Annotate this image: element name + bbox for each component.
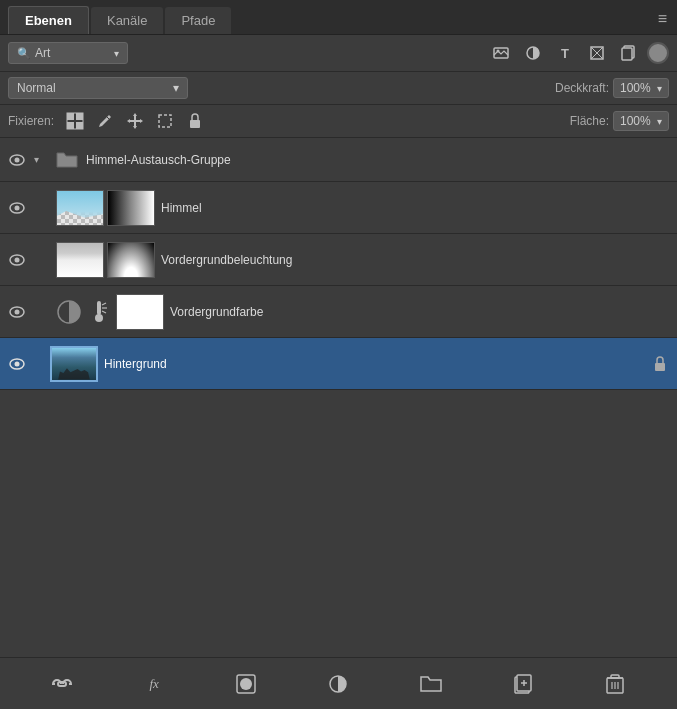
layer-thumbnails xyxy=(56,242,155,278)
visibility-toggle[interactable] xyxy=(6,149,28,171)
svg-rect-10 xyxy=(67,122,74,129)
flaeche-section: Fläche: 100% ▾ xyxy=(570,111,669,131)
layer-type-label: Art xyxy=(35,46,50,60)
bottom-toolbar: fx xyxy=(0,657,677,709)
shape-filter-icon[interactable] xyxy=(583,41,611,65)
blend-opacity-toolbar: Normal ▾ Deckkraft: 100% ▾ xyxy=(0,72,677,105)
fix-crop-icon[interactable] xyxy=(152,110,178,132)
flaeche-chevron: ▾ xyxy=(657,116,662,127)
layer-row[interactable]: Vordergrundbeleuchtung xyxy=(0,234,677,286)
svg-line-27 xyxy=(102,303,106,305)
svg-rect-43 xyxy=(611,675,619,678)
layers-list: ▾ Himmel-Austausch-Gruppe xyxy=(0,138,677,657)
adjustment-filter-icon[interactable] xyxy=(519,41,547,65)
create-new-layer-button[interactable] xyxy=(507,668,539,700)
svg-point-21 xyxy=(15,257,20,262)
visibility-toggle[interactable] xyxy=(6,197,28,219)
fix-move-icon[interactable] xyxy=(122,110,148,132)
svg-point-23 xyxy=(15,309,20,314)
layer-row[interactable]: ▾ Himmel-Austausch-Gruppe xyxy=(0,138,677,182)
fix-toolbar: Fixieren: xyxy=(0,105,677,138)
layer-name: Himmel-Austausch-Gruppe xyxy=(86,153,671,167)
add-mask-button[interactable] xyxy=(230,668,262,700)
group-expand-arrow[interactable]: ▾ xyxy=(34,154,48,165)
filter-icons: T xyxy=(487,41,669,65)
layer-name: Vordergrundbeleuchtung xyxy=(161,253,671,267)
mask-thumbnail xyxy=(108,191,154,225)
visibility-toggle[interactable] xyxy=(6,301,28,323)
svg-rect-9 xyxy=(76,113,83,120)
svg-point-1 xyxy=(497,50,500,53)
flaeche-value: 100% xyxy=(620,114,651,128)
link-layers-button[interactable] xyxy=(46,668,78,700)
flaeche-input[interactable]: 100% ▾ xyxy=(613,111,669,131)
tab-pfade[interactable]: Pfade xyxy=(165,7,231,34)
fx-label: fx xyxy=(150,676,159,692)
visibility-toggle[interactable] xyxy=(6,353,28,375)
type-dropdown-chevron: ▾ xyxy=(114,48,119,59)
blend-mode-label: Normal xyxy=(17,81,56,95)
svg-point-31 xyxy=(15,361,20,366)
layer-name: Vordergrundfarbe xyxy=(170,305,671,319)
delete-layer-button[interactable] xyxy=(599,668,631,700)
add-layer-style-button[interactable]: fx xyxy=(138,668,170,700)
flaeche-label: Fläche: xyxy=(570,114,609,128)
svg-line-29 xyxy=(102,311,106,313)
mask-thumbnail xyxy=(108,243,154,277)
layer-row[interactable]: Hintergrund xyxy=(0,338,677,390)
layer-mask-thumb xyxy=(107,190,155,226)
svg-point-19 xyxy=(15,205,20,210)
svg-point-35 xyxy=(240,678,252,690)
filter-toggle[interactable] xyxy=(647,42,669,64)
layer-row[interactable]: Vordergrundfarbe xyxy=(0,286,677,338)
layer-pixel-thumb xyxy=(56,190,104,226)
fix-label: Fixieren: xyxy=(8,114,54,128)
text-icon-label: T xyxy=(561,46,569,61)
add-adjustment-button[interactable] xyxy=(322,668,354,700)
smartobject-filter-icon[interactable] xyxy=(615,41,643,65)
layer-row[interactable]: Himmel xyxy=(0,182,677,234)
group-folder-icon xyxy=(54,149,80,171)
tab-kanaele[interactable]: Kanäle xyxy=(91,7,163,34)
layer-thumbnails xyxy=(50,346,98,382)
panel-menu-button[interactable]: ≡ xyxy=(658,10,667,28)
svg-point-17 xyxy=(15,157,20,162)
svg-point-26 xyxy=(95,314,103,322)
svg-rect-7 xyxy=(622,48,632,60)
create-group-button[interactable] xyxy=(415,668,447,700)
layer-thumbnails xyxy=(56,190,155,226)
layer-mask-thumb xyxy=(107,242,155,278)
svg-rect-25 xyxy=(97,301,101,315)
svg-rect-11 xyxy=(76,122,83,129)
layer-type-dropdown[interactable]: 🔍 Art ▾ xyxy=(8,42,128,64)
layer-thumbnails xyxy=(56,294,164,330)
image-filter-icon[interactable] xyxy=(487,41,515,65)
opacity-input[interactable]: 100% ▾ xyxy=(613,78,669,98)
fix-transparent-icon[interactable] xyxy=(62,110,88,132)
search-icon: 🔍 xyxy=(17,47,31,60)
opacity-chevron: ▾ xyxy=(657,83,662,94)
fix-brush-icon[interactable] xyxy=(92,110,118,132)
layer-pixel-thumb xyxy=(50,346,98,382)
opacity-label: Deckkraft: xyxy=(555,81,609,95)
layer-name: Himmel xyxy=(161,201,671,215)
adjustment-icon-thumb xyxy=(56,299,82,325)
bg-thumbnail xyxy=(52,348,96,380)
svg-rect-8 xyxy=(67,113,74,120)
fg-light-thumbnail xyxy=(57,243,103,277)
layer-mask-thumb xyxy=(116,294,164,330)
svg-rect-32 xyxy=(655,363,665,371)
fix-lock-icon[interactable] xyxy=(182,110,208,132)
text-filter-icon[interactable]: T xyxy=(551,41,579,65)
svg-rect-15 xyxy=(190,120,200,128)
blend-mode-dropdown[interactable]: Normal ▾ xyxy=(8,77,188,99)
blend-mode-chevron: ▾ xyxy=(173,81,179,95)
tab-ebenen[interactable]: Ebenen xyxy=(8,6,89,34)
svg-rect-14 xyxy=(159,115,171,127)
colortemp-icon-thumb xyxy=(86,299,112,325)
visibility-toggle[interactable] xyxy=(6,249,28,271)
filter-toolbar: 🔍 Art ▾ T xyxy=(0,35,677,72)
layers-panel: Ebenen Kanäle Pfade ≡ 🔍 Art ▾ xyxy=(0,0,677,709)
layer-name: Hintergrund xyxy=(104,357,643,371)
sky-thumbnail xyxy=(57,191,103,225)
